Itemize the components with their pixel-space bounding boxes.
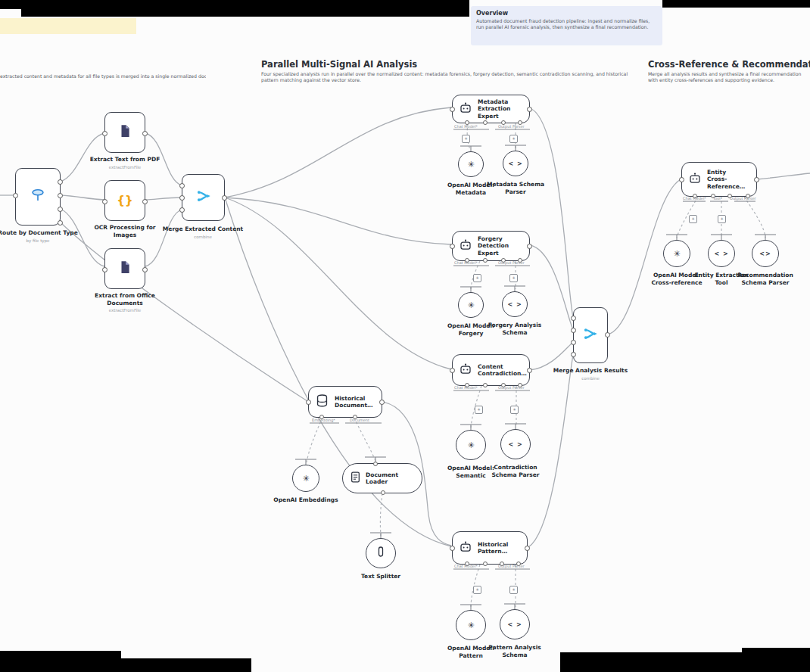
node-entity-extraction-tool[interactable]: < >	[708, 240, 735, 267]
brackets-icon: <>	[759, 250, 771, 257]
extract-file-icon	[118, 260, 132, 277]
connector-label-embedding: Embedding*	[312, 418, 335, 422]
input-port[interactable]	[102, 267, 107, 272]
output-port[interactable]	[58, 179, 63, 185]
subtitle-merge-extracted: combine	[135, 235, 271, 239]
node-openai-model-crossreference[interactable]: ✳	[663, 240, 690, 267]
input-port[interactable]	[571, 328, 576, 333]
input-port[interactable]	[450, 368, 455, 373]
connection-badge[interactable]: ✳	[509, 274, 518, 282]
node-agent-forgery[interactable]: Forgery Detection Expert	[452, 231, 530, 261]
output-port[interactable]	[58, 193, 63, 198]
input-port[interactable]	[571, 340, 576, 345]
text-splitter-port[interactable]	[381, 490, 385, 495]
overview-sticky-note[interactable]: Overview Automated document fraud detect…	[471, 6, 662, 45]
input-port[interactable]	[373, 462, 378, 466]
output-port[interactable]	[525, 546, 530, 551]
node-forgery-analysis-schema[interactable]: < >	[502, 291, 528, 317]
input-port[interactable]	[179, 207, 185, 213]
input-port[interactable]	[450, 107, 455, 112]
memory-port[interactable]	[483, 562, 488, 566]
input-port[interactable]	[450, 546, 455, 551]
node-agent-contradiction[interactable]: Content Contradiction…	[452, 354, 530, 386]
output-port[interactable]	[142, 131, 148, 136]
input-port[interactable]	[102, 199, 107, 204]
memory-port[interactable]	[483, 120, 488, 125]
node-agent-entity-crossreference[interactable]: Entity Cross-Reference…	[681, 162, 757, 197]
node-document-loader[interactable]: Document Loader	[342, 463, 422, 493]
overview-body: Automated document fraud detection pipel…	[476, 18, 657, 30]
node-openai-model-semantic[interactable]: ✳	[456, 430, 486, 460]
node-extract-office-documents[interactable]	[104, 248, 145, 289]
input-port[interactable]	[571, 352, 576, 357]
node-extract-text-from-pdf[interactable]	[104, 112, 145, 153]
node-contradiction-schema-parser[interactable]: < >	[500, 429, 531, 459]
workflow-canvas[interactable]: Overview Automated document fraud detect…	[0, 0, 810, 672]
output-port[interactable]	[58, 207, 63, 212]
input-port[interactable]	[179, 183, 185, 188]
connection-badge[interactable]: ✳	[510, 406, 519, 414]
node-metadata-schema-parser[interactable]: < >	[503, 151, 528, 176]
openai-icon: ✳	[673, 249, 680, 259]
connection-badge[interactable]: ✳	[473, 274, 481, 282]
brackets-icon: < >	[714, 250, 728, 257]
subtitle-extract-pdf: extractFromFile	[57, 165, 193, 170]
output-port[interactable]	[605, 332, 610, 338]
connector-label-chat-model: Chat Model*	[454, 564, 478, 568]
output-port[interactable]	[379, 400, 385, 405]
brackets-icon: < >	[508, 441, 522, 448]
connector-label-output-parser: Output Parser	[498, 260, 525, 265]
node-agent-pattern[interactable]: Historical Pattern…	[452, 531, 528, 565]
document-icon	[350, 471, 360, 486]
input-port[interactable]	[679, 177, 684, 182]
connection-badge[interactable]: ✳	[509, 586, 518, 594]
input-port[interactable]	[179, 195, 185, 201]
input-port[interactable]	[13, 193, 18, 198]
connector-label-output-parser: Output Parser	[498, 124, 525, 129]
connector-label-chat-model: Chat Model*	[454, 260, 478, 265]
mid-section-title[interactable]: Parallel Multi-Signal AI Analysis	[261, 59, 640, 70]
node-ocr-processing[interactable]: {}	[104, 180, 145, 221]
node-merge-analysis-results[interactable]	[573, 307, 608, 363]
subtitle-extract-office: extractFromFile	[57, 308, 193, 313]
node-openai-model-pattern[interactable]: ✳	[456, 610, 486, 640]
input-port[interactable]	[102, 131, 107, 136]
output-port[interactable]	[142, 267, 148, 272]
input-port[interactable]	[450, 244, 455, 249]
connection-badge[interactable]: ✳	[473, 586, 481, 594]
connection-badge[interactable]: ✳	[475, 406, 483, 414]
node-openai-embeddings[interactable]: ✳	[292, 465, 319, 492]
node-recommendation-schema-parser[interactable]: <>	[752, 240, 779, 267]
connector-label-chat-model: Chat Model*	[454, 385, 478, 390]
subtitle-merge-analysis: combine	[522, 376, 659, 381]
label-extract-office: Extract from Office Documents	[57, 292, 193, 306]
memory-port[interactable]	[483, 258, 488, 263]
connection-badge[interactable]: ✳	[718, 215, 726, 223]
top-black-bar	[21, 0, 469, 17]
openai-icon: ✳	[467, 160, 474, 170]
memory-port[interactable]	[483, 383, 488, 387]
connection-badge[interactable]: ✳	[462, 135, 470, 143]
output-port[interactable]	[142, 199, 148, 204]
agent-label: Content Contradiction…	[478, 363, 527, 378]
node-openai-model-forgery[interactable]: ✳	[458, 292, 484, 318]
connection-edges	[0, 0, 810, 672]
connection-badge[interactable]: ✳	[689, 215, 697, 223]
output-port[interactable]	[222, 195, 227, 201]
right-section-title[interactable]: Cross-Reference & Recommendation Synt	[648, 59, 810, 70]
node-agent-metadata[interactable]: Metadata Extraction Expert	[452, 95, 530, 123]
node-merge-extracted-content[interactable]	[182, 174, 225, 221]
connection-badge[interactable]: ✳	[509, 135, 518, 143]
input-port[interactable]	[571, 316, 576, 321]
node-route-by-document-type[interactable]	[15, 168, 61, 226]
output-port[interactable]	[527, 107, 532, 112]
input-port[interactable]	[306, 400, 311, 405]
node-historical-document-store[interactable]: Historical Document…	[308, 386, 382, 418]
node-openai-model-metadata[interactable]: ✳	[458, 151, 484, 177]
node-text-splitter[interactable]	[366, 538, 396, 568]
output-port[interactable]	[754, 177, 759, 182]
output-port[interactable]	[527, 244, 532, 249]
node-pattern-analysis-schema[interactable]: < >	[500, 609, 530, 639]
openai-icon: ✳	[467, 300, 474, 310]
code-braces-icon: {}	[117, 194, 132, 207]
